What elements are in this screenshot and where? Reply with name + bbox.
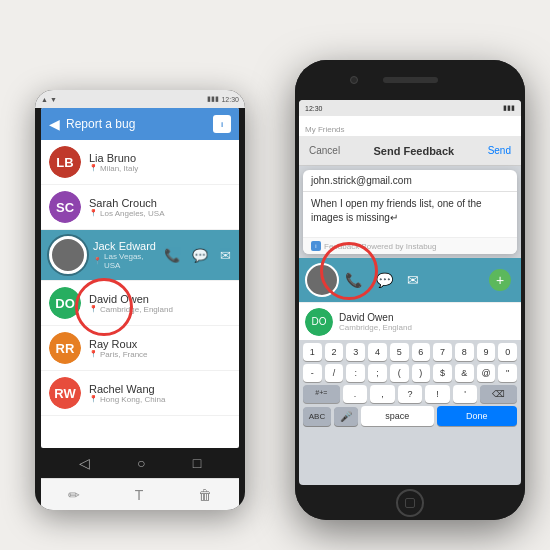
location-pin-icon: 📍 [89, 164, 98, 172]
avatar-circle-david: DO [49, 287, 81, 319]
contact-item-lia[interactable]: LB Lia Bruno 📍 Milan, Italy [41, 140, 239, 185]
key-9[interactable]: 9 [477, 343, 496, 361]
instabug-logo-icon: i [213, 115, 231, 133]
contact-item-david[interactable]: DO David Owen 📍 Cambridge, England [41, 281, 239, 326]
time-display: 12:30 [221, 96, 239, 103]
chat-icon[interactable]: 💬 [192, 248, 208, 263]
key-dash[interactable]: - [303, 364, 322, 382]
location-pin-icon-5: 📍 [89, 350, 98, 358]
wifi-icon: ▼ [50, 96, 57, 103]
ios-email-icon[interactable]: ✉ [407, 272, 419, 288]
ios-phone-icon[interactable]: 📞 [345, 272, 362, 288]
ios-david-name: David Owen [339, 312, 412, 323]
key-space[interactable]: space [361, 406, 434, 426]
ios-battery-icon: ▮▮▮ [503, 104, 515, 112]
cancel-button[interactable]: Cancel [309, 145, 340, 156]
key-at[interactable]: @ [477, 364, 496, 382]
key-8[interactable]: 8 [455, 343, 474, 361]
ios-bottom-bar [295, 485, 525, 520]
keyboard-row-numbers: 1 2 3 4 5 6 7 8 9 0 [299, 340, 521, 361]
phones-container: ▲ ▼ ▮▮▮ 12:30 ◀ Report a bug i LB [15, 20, 535, 530]
key-7[interactable]: 7 [433, 343, 452, 361]
key-2[interactable]: 2 [325, 343, 344, 361]
key-1[interactable]: 1 [303, 343, 322, 361]
keyboard-bottom-row: ABC 🎤 space Done [299, 403, 521, 430]
ios-add-button[interactable]: + [489, 269, 511, 291]
key-slash[interactable]: / [325, 364, 344, 382]
ios-status-bar: 12:30 ▮▮▮ [299, 100, 521, 116]
ios-keyboard[interactable]: 1 2 3 4 5 6 7 8 9 0 - / : ; ( [299, 340, 521, 430]
key-open-paren[interactable]: ( [390, 364, 409, 382]
avatar-jack-selected [49, 236, 87, 274]
backspace-key[interactable]: ⌫ [480, 385, 517, 403]
key-dollar[interactable]: $ [433, 364, 452, 382]
ios-phone: 12:30 ▮▮▮ My Friends Cancel Send Feedbac… [295, 60, 525, 520]
contact-location-lia: 📍 Milan, Italy [89, 164, 231, 173]
back-icon[interactable]: ◀ [49, 116, 60, 132]
key-5[interactable]: 5 [390, 343, 409, 361]
nav-back-icon[interactable]: ◁ [79, 455, 90, 471]
key-3[interactable]: 3 [346, 343, 365, 361]
key-exclaim[interactable]: ! [425, 385, 450, 403]
keyboard-row-special: #+= . , ? ! ' ⌫ [299, 382, 521, 403]
contact-info-rachel: Rachel Wang 📍 Hong Kong, China [89, 383, 231, 404]
battery-icon: ▮▮▮ [207, 95, 219, 103]
ios-david-avatar: DO [305, 308, 333, 336]
contact-info-jack: Jack Edward 📍 Las Vegas, USA [93, 240, 156, 270]
nav-home-icon[interactable]: ○ [137, 455, 145, 471]
action-icons-row: 📞 💬 ✉ [164, 248, 231, 263]
key-abc[interactable]: ABC [303, 407, 331, 426]
contact-item-jack[interactable]: Jack Edward 📍 Las Vegas, USA 📞 💬 ✉ [41, 230, 239, 281]
key-colon[interactable]: : [346, 364, 365, 382]
ios-david-avatar-circle: DO [305, 308, 333, 336]
ios-chat-icon[interactable]: 💬 [376, 272, 393, 288]
ios-action-icons-row: 📞 💬 ✉ [345, 272, 419, 288]
contact-name-ray: Ray Roux [89, 338, 231, 350]
home-button[interactable] [396, 489, 424, 517]
contact-name-sarah: Sarah Crouch [89, 197, 231, 209]
contact-item-ray[interactable]: RR Ray Roux 📍 Paris, France [41, 326, 239, 371]
location-pin-icon-4: 📍 [89, 305, 98, 313]
contact-info-sarah: Sarah Crouch 📍 Los Angeles, USA [89, 197, 231, 218]
ios-camera [350, 76, 358, 84]
key-6[interactable]: 6 [412, 343, 431, 361]
signal-icon: ▲ [41, 96, 48, 103]
ios-david-row[interactable]: DO David Owen Cambridge, England [299, 302, 521, 340]
avatar-lia: LB [49, 146, 81, 178]
contact-location-sarah: 📍 Los Angeles, USA [89, 209, 231, 218]
key-semicolon[interactable]: ; [368, 364, 387, 382]
email-icon[interactable]: ✉ [220, 248, 231, 263]
powered-by-text: Feedback Powered by Instabug [324, 242, 437, 251]
key-period[interactable]: . [343, 385, 368, 403]
key-0[interactable]: 0 [498, 343, 517, 361]
key-question[interactable]: ? [398, 385, 423, 403]
key-numpad[interactable]: #+= [303, 385, 340, 403]
key-ampersand[interactable]: & [455, 364, 474, 382]
key-4[interactable]: 4 [368, 343, 387, 361]
avatar-circle-lia: LB [49, 146, 81, 178]
feedback-title: Send Feedback [374, 145, 455, 157]
contact-item-sarah[interactable]: SC Sarah Crouch 📍 Los Angeles, USA [41, 185, 239, 230]
feedback-form: john.strick@gmail.com When I open my fri… [303, 170, 517, 254]
powered-by-bar: i Feedback Powered by Instabug [303, 237, 517, 254]
android-status-left: ▲ ▼ [41, 96, 57, 103]
feedback-message[interactable]: When I open my friends list, one of the … [303, 192, 517, 237]
phone-icon[interactable]: 📞 [164, 248, 180, 263]
key-close-paren[interactable]: ) [412, 364, 431, 382]
instabug-icon: i [311, 241, 321, 251]
key-comma[interactable]: , [370, 385, 395, 403]
contact-item-rachel[interactable]: RW Rachel Wang 📍 Hong Kong, China [41, 371, 239, 416]
location-pin-icon-6: 📍 [89, 395, 98, 403]
ios-time: 12:30 [305, 105, 323, 112]
nav-recent-icon[interactable]: □ [193, 455, 201, 471]
avatar-sarah: SC [49, 191, 81, 223]
key-apostrophe[interactable]: ' [453, 385, 478, 403]
android-status-bar: ▲ ▼ ▮▮▮ 12:30 [35, 90, 245, 108]
ios-speaker [383, 77, 438, 83]
home-button-inner [405, 498, 415, 508]
key-quote[interactable]: " [498, 364, 517, 382]
key-microphone[interactable]: 🎤 [334, 407, 358, 426]
key-done[interactable]: Done [437, 406, 518, 426]
send-button[interactable]: Send [488, 145, 511, 156]
email-field[interactable]: john.strick@gmail.com [303, 170, 517, 192]
